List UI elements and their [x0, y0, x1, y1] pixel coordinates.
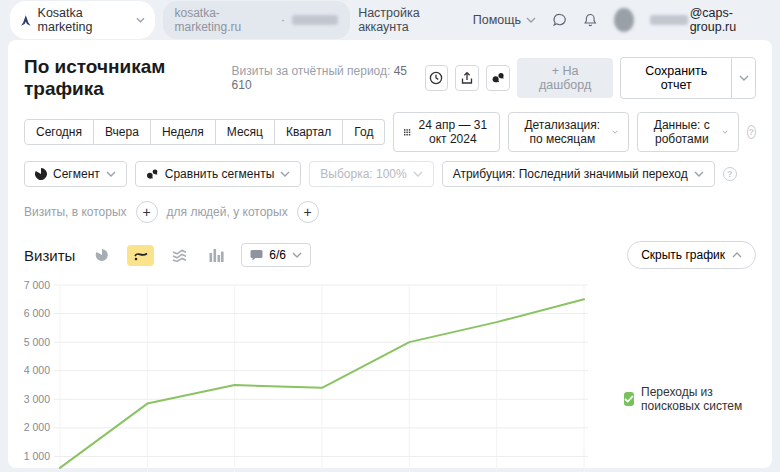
counter-domain[interactable]: kosatka-marketing.ru ·: [163, 1, 351, 39]
page-title: По источникам трафика: [24, 56, 232, 100]
calendar-grid-icon: [404, 127, 411, 138]
visits-condition-label: Визиты, в которых: [24, 205, 127, 219]
svg-text:4 000: 4 000: [24, 364, 50, 376]
chevron-down-icon: [526, 17, 536, 23]
report-card: По источникам трафика Визиты за отчётный…: [8, 40, 772, 468]
export-button[interactable]: [455, 65, 479, 91]
svg-text:7 000: 7 000: [24, 279, 50, 291]
segment-pie-icon: [35, 168, 47, 180]
segments-button[interactable]: [486, 65, 510, 91]
svg-text:3 000: 3 000: [24, 393, 50, 405]
svg-text:5 000: 5 000: [24, 336, 50, 348]
chevron-down-icon: [106, 171, 116, 177]
chevron-down-icon: [739, 75, 749, 81]
visits-summary: Визиты за отчётный период: 45 610: [232, 64, 412, 92]
counter-name: Kosatka marketing: [38, 6, 130, 34]
chevron-down-icon: [280, 171, 290, 177]
help-label: Помощь: [473, 13, 521, 27]
metric-label: Визиты: [24, 247, 75, 264]
chevron-down-icon: [612, 129, 618, 135]
legend-item-search-traffic[interactable]: Переходы из поисковых систем: [624, 385, 756, 413]
add-people-condition-button[interactable]: +: [297, 201, 319, 223]
dot-separator: ·: [281, 13, 285, 27]
svg-text:1 000: 1 000: [24, 450, 50, 462]
account-settings-link[interactable]: Настройка аккаунта: [358, 6, 457, 34]
metrika-logo-icon: [20, 14, 32, 27]
chart-type-line-button[interactable]: [127, 245, 154, 266]
line-chart-icon: [133, 248, 149, 262]
drops-icon: [491, 71, 505, 85]
export-icon: [460, 71, 474, 85]
compare-drops-icon: [146, 168, 159, 180]
legend-label: Переходы из поисковых систем: [641, 385, 756, 413]
pie-chart-icon: [95, 248, 109, 262]
chart-type-columns-button[interactable]: [204, 245, 228, 265]
info-icon[interactable]: ?: [747, 125, 756, 139]
period-year[interactable]: Год: [343, 119, 385, 145]
add-to-dashboard-button[interactable]: + На дашборд: [517, 58, 614, 98]
visits-line-chart: 01 0002 0003 0004 0005 0006 0007 000Апр …: [24, 273, 756, 472]
period-quarter[interactable]: Квартал: [275, 119, 343, 145]
user-email[interactable]: @caps-group.ru: [650, 6, 766, 34]
chevron-up-icon: [732, 252, 742, 258]
period-week[interactable]: Неделя: [151, 119, 216, 145]
bell-icon[interactable]: [583, 11, 597, 29]
help-menu[interactable]: Помощь: [473, 13, 536, 27]
email-domain: @caps-group.ru: [690, 6, 766, 34]
notes-filter-dropdown[interactable]: 6/6: [241, 243, 311, 267]
data-mode-dropdown[interactable]: Данные: с роботами: [637, 112, 739, 152]
period-yesterday[interactable]: Вчера: [94, 119, 151, 145]
avatar[interactable]: [614, 8, 634, 32]
domain-label: kosatka-marketing.ru: [175, 6, 274, 34]
legend-checkbox[interactable]: [624, 392, 634, 406]
chart-canvas[interactable]: 01 0002 0003 0004 0005 0006 0007 000Апр …: [24, 273, 624, 472]
chevron-down-icon: [292, 252, 302, 258]
add-visits-condition-button[interactable]: +: [136, 201, 158, 223]
period-today[interactable]: Сегодня: [24, 119, 94, 145]
segment-dropdown[interactable]: Сегмент: [24, 161, 127, 187]
save-report-dropdown[interactable]: [731, 57, 756, 99]
counter-switcher[interactable]: Kosatka marketing: [10, 1, 155, 39]
people-condition-label: для людей, у которых: [167, 205, 288, 219]
period-segmented-control: Сегодня Вчера Неделя Месяц Квартал Год: [24, 119, 385, 145]
column-chart-icon: [209, 248, 224, 262]
save-report-button[interactable]: Сохранить отчет: [620, 57, 731, 99]
topbar: Kosatka marketing kosatka-marketing.ru ·…: [0, 0, 780, 40]
compare-segments-dropdown[interactable]: Сравнить сегменты: [135, 161, 302, 187]
chevron-down-icon: [694, 171, 704, 177]
detail-dropdown[interactable]: Детализация: по месяцам: [508, 112, 629, 152]
stacked-area-icon: [172, 248, 187, 262]
date-range-label: 24 апр — 31 окт 2024: [417, 118, 489, 146]
email-prefix-blurred: [650, 15, 687, 25]
info-icon[interactable]: ?: [723, 167, 737, 181]
sampling-dropdown[interactable]: Выборка: 100%: [309, 161, 433, 187]
check-icon: [624, 395, 634, 403]
chevron-down-icon: [413, 171, 423, 177]
svg-text:6 000: 6 000: [24, 307, 50, 319]
chart-type-pie-button[interactable]: [90, 245, 114, 265]
clock-icon: [429, 71, 443, 85]
chevron-down-icon: [136, 17, 145, 23]
period-month[interactable]: Месяц: [216, 119, 275, 145]
chat-icon[interactable]: [552, 11, 567, 29]
chart-type-area-button[interactable]: [167, 245, 191, 265]
counter-id-blurred: [292, 15, 338, 25]
hide-chart-button[interactable]: Скрыть график: [627, 241, 756, 269]
notes-count: 6/6: [269, 248, 286, 262]
note-bubble-icon: [250, 249, 263, 261]
svg-text:2 000: 2 000: [24, 421, 50, 433]
attribution-dropdown[interactable]: Атрибуция: Последний значимый переход: [442, 161, 715, 187]
chevron-down-icon: [722, 129, 728, 135]
history-button[interactable]: [425, 65, 449, 91]
date-range-button[interactable]: 24 апр — 31 окт 2024: [393, 112, 499, 152]
